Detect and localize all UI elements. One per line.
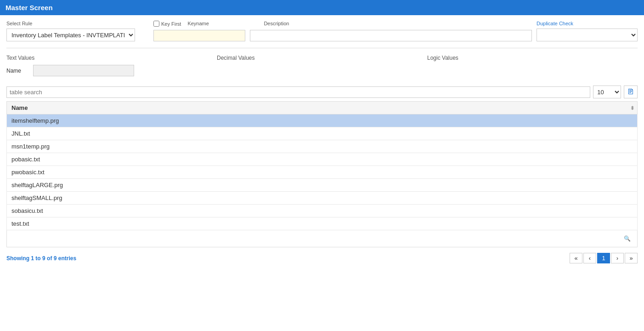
top-form: Inventory Label Templates - INVTEMPLATE … <box>6 29 638 41</box>
name-label: Name <box>6 68 29 74</box>
footer-search-icon: 🔍 <box>624 235 631 242</box>
duplicate-check-label: Duplicate Check <box>537 21 573 26</box>
next-page-button[interactable]: › <box>611 253 624 263</box>
page-1-button[interactable]: 1 <box>597 253 610 263</box>
select-rule-group: Inventory Label Templates - INVTEMPLATE <box>6 29 135 41</box>
table-row[interactable]: test.txt <box>7 217 638 230</box>
table-row[interactable]: itemshelftemp.prg <box>7 114 638 127</box>
table-row[interactable]: JNL.txt <box>7 127 638 140</box>
export-button[interactable]: 🖹 <box>624 86 638 98</box>
text-values-col: Text Values Name itemshelftemp.prg <box>6 55 217 79</box>
table-row[interactable]: shelftagSMALL.prg <box>7 192 638 205</box>
header-title: Master Screen <box>6 4 53 11</box>
duplicate-check-group <box>537 29 638 41</box>
name-field-row: Name itemshelftemp.prg <box>6 65 217 76</box>
table-footer-search-cell: 🔍 <box>7 230 638 247</box>
table-footer-search: 🔍 <box>11 232 633 245</box>
table-row[interactable]: msn1temp.prg <box>7 140 638 153</box>
main-content: Select Rule Key First Keyname Descriptio… <box>0 15 644 270</box>
table-controls: 10 25 50 100 🖹 <box>6 86 638 98</box>
table-row[interactable]: shelftagLARGE.prg <box>7 179 638 192</box>
duplicate-check-select[interactable] <box>537 29 638 41</box>
description-group: Inventory Label Templates <box>250 30 532 41</box>
logic-values-col: Logic Values <box>427 55 638 79</box>
data-table: Name ⬍ itemshelftemp.prgJNL.txtmsn1temp.… <box>6 101 638 247</box>
pagination-section: Showing 1 to 9 of 9 entries « ‹ 1 › » <box>6 251 638 265</box>
text-values-label: Text Values <box>6 55 217 61</box>
page-size-select[interactable]: 10 25 50 100 <box>593 86 621 98</box>
decimal-values-label: Decimal Values <box>217 55 427 61</box>
select-rule-label: Select Rule <box>6 21 32 26</box>
table-row[interactable]: sobasicu.txt <box>7 205 638 217</box>
description-label: Description <box>264 21 289 26</box>
table-search-input[interactable] <box>6 86 590 98</box>
table-row[interactable]: pobasic.txt <box>7 153 638 166</box>
showing-start: 1 <box>31 255 34 262</box>
last-page-button[interactable]: » <box>625 253 638 263</box>
select-rule-select[interactable]: Inventory Label Templates - INVTEMPLATE <box>6 29 135 41</box>
decimal-values-col: Decimal Values <box>217 55 427 79</box>
sort-icon-name: ⬍ <box>630 105 634 111</box>
keyname-group: INVTEMPLATE <box>153 30 245 41</box>
description-input[interactable]: Inventory Label Templates <box>250 30 532 41</box>
top-row-labels: Select Rule Key First Keyname Descriptio… <box>6 20 638 27</box>
footer-search-input[interactable] <box>13 234 624 244</box>
key-first-checkbox[interactable] <box>153 21 159 27</box>
keyname-input[interactable]: INVTEMPLATE <box>153 30 245 41</box>
divider-1 <box>6 48 638 48</box>
showing-end: 9 <box>42 255 45 262</box>
first-page-button[interactable]: « <box>570 253 582 263</box>
table-row[interactable]: pwobasic.txt <box>7 166 638 179</box>
key-first-label: Key First <box>161 21 181 27</box>
header-bar: Master Screen <box>0 0 644 15</box>
keyname-label: Keyname <box>187 21 209 26</box>
name-input[interactable]: itemshelftemp.prg <box>33 65 134 76</box>
showing-text: Showing 1 to 9 of 9 entries <box>6 255 76 262</box>
logic-values-label: Logic Values <box>427 55 638 61</box>
values-section: Text Values Name itemshelftemp.prg Decim… <box>6 55 638 79</box>
export-icon: 🖹 <box>627 88 634 96</box>
col-header-name[interactable]: Name ⬍ <box>7 102 638 114</box>
prev-page-button[interactable]: ‹ <box>583 253 596 263</box>
showing-total: 9 <box>54 255 57 262</box>
pagination-controls: « ‹ 1 › » <box>570 253 638 263</box>
